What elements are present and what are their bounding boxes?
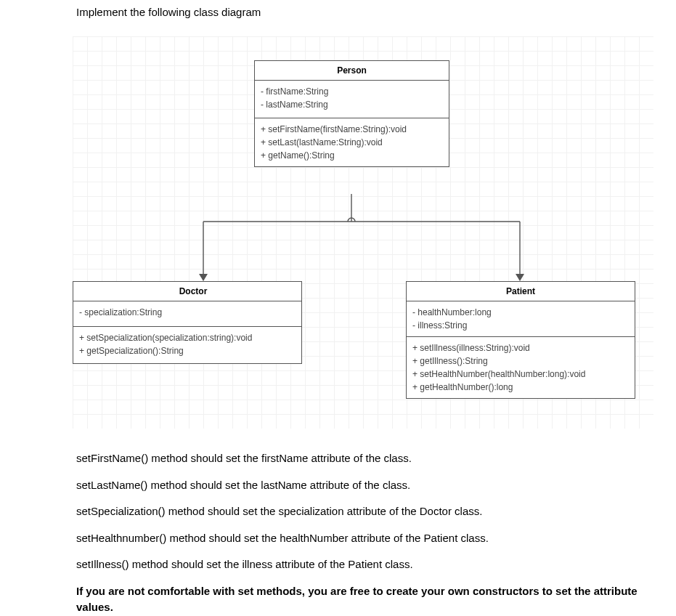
class-patient: Patient - healthNumber:long - illness:St… (406, 281, 635, 399)
class-doctor-title: Doctor (73, 282, 301, 301)
desc-paragraph: setFirstName() method should set the fir… (76, 450, 650, 467)
desc-paragraph: setHealthnumber() method should set the … (76, 530, 650, 547)
class-person-title: Person (255, 61, 449, 81)
desc-paragraph: setSpecialization() method should set th… (76, 503, 650, 520)
attr-line: - healthNumber:long (412, 306, 629, 319)
class-person-methods: + setFirstName(firstName:String):void + … (255, 118, 449, 166)
attr-line: - firstName:String (261, 85, 443, 98)
method-line: + getIllness():String (412, 354, 629, 368)
method-line: + setHealthNumber(healthNumber:long):voi… (412, 368, 629, 381)
class-person: Person - firstName:String - lastName:Str… (254, 60, 449, 167)
attr-line: - specialization:String (79, 306, 296, 319)
method-line: + setFirstName(firstName:String):void (261, 123, 443, 136)
desc-paragraph: setIllness() method should set the illne… (76, 556, 650, 573)
class-patient-attributes: - healthNumber:long - illness:String (407, 301, 635, 337)
class-patient-methods: + setIllness(illness:String):void + getI… (407, 337, 635, 398)
page-heading: Implement the following class diagram (76, 6, 261, 18)
method-line: + setLast(lastName:String):void (261, 136, 443, 149)
method-line: + getHealthNumber():long (412, 381, 629, 394)
class-doctor-attributes: - specialization:String (73, 301, 301, 327)
class-person-attributes: - firstName:String - lastName:String (255, 81, 449, 118)
attr-line: - lastName:String (261, 98, 443, 111)
class-patient-title: Patient (407, 282, 635, 301)
svg-marker-5 (516, 274, 524, 281)
method-line: + setIllness(illness:String):void (412, 341, 629, 354)
description-block: setFirstName() method should set the fir… (76, 450, 650, 616)
desc-paragraph: setLastName() method should set the last… (76, 477, 650, 494)
method-line: + setSpecialization(specialization:strin… (79, 331, 296, 344)
class-doctor: Doctor - specialization:String + setSpec… (73, 281, 302, 364)
attr-line: - illness:String (412, 319, 629, 332)
method-line: + getSpecialization():String (79, 344, 296, 357)
uml-diagram-canvas: Person - firstName:String - lastName:Str… (73, 36, 653, 429)
desc-paragraph-bold: If you are not comfortable with set meth… (76, 583, 650, 616)
class-doctor-methods: + setSpecialization(specialization:strin… (73, 327, 301, 363)
method-line: + getName():String (261, 149, 443, 162)
svg-marker-4 (199, 274, 208, 281)
